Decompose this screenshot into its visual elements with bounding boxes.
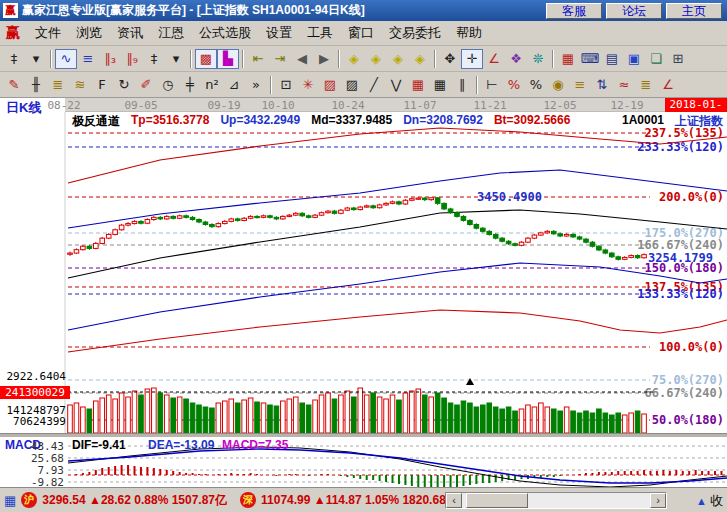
time-cycle-icon[interactable]: ◷ bbox=[157, 75, 179, 95]
angle-flag-icon[interactable]: ⊿ bbox=[223, 75, 245, 95]
shape-pattern2-icon[interactable]: ▨ bbox=[341, 75, 363, 95]
gann-fan-icon[interactable]: ✳ bbox=[297, 75, 319, 95]
parallel-line-icon[interactable]: ∥ bbox=[451, 75, 473, 95]
last-bar-icon[interactable]: ⇥ bbox=[269, 49, 291, 69]
shift-right-icon[interactable]: ◈ bbox=[365, 49, 387, 69]
minor-trend-icon[interactable]: ∥₃ bbox=[99, 49, 121, 69]
percent-icon[interactable]: % bbox=[525, 75, 547, 95]
menu-browse[interactable]: 浏览 bbox=[76, 24, 102, 42]
draw-pen-icon[interactable]: ✎ bbox=[3, 75, 25, 95]
candle-dropdown-icon[interactable]: ▾ bbox=[165, 49, 187, 69]
trendline-icon[interactable]: ╱ bbox=[363, 75, 385, 95]
forum-button[interactable]: 论坛 bbox=[606, 3, 662, 19]
crosshair-icon[interactable]: ✛ bbox=[461, 49, 483, 69]
channel-line-tp bbox=[68, 128, 727, 183]
price-grid-icon[interactable]: ╪ bbox=[179, 75, 201, 95]
sh-index-amount: 1507.87亿 bbox=[172, 493, 227, 507]
menu-file[interactable]: 文件 bbox=[35, 24, 61, 42]
scrollbar-thumb[interactable] bbox=[466, 493, 528, 508]
gann-level-label: 100.0%(0) bbox=[659, 340, 724, 354]
square-grid2-icon[interactable]: ▦ bbox=[429, 75, 451, 95]
pan-hand-icon[interactable]: ✥ bbox=[439, 49, 461, 69]
first-bar-icon[interactable]: ⇤ bbox=[247, 49, 269, 69]
kline-style-dropdown-icon[interactable]: ▾ bbox=[25, 49, 47, 69]
titlebar: 赢 赢家江恩专业版[赢家服务平台] - [上证指数 SH1A0001-94日K线… bbox=[0, 0, 727, 21]
volume-marker bbox=[466, 378, 474, 385]
shape-pattern-icon[interactable]: ▨ bbox=[319, 75, 341, 95]
golden-section-icon[interactable]: ≣ bbox=[47, 75, 69, 95]
golden-ratio-icon[interactable]: ≋ bbox=[69, 75, 91, 95]
j-line-icon[interactable]: ∠ bbox=[657, 75, 679, 95]
gann-square-icon[interactable]: ❖ bbox=[505, 49, 527, 69]
v-line-icon[interactable]: ⋁ bbox=[385, 75, 407, 95]
save-icon[interactable]: ▣ bbox=[623, 49, 645, 69]
horizontal-scrollbar[interactable]: ‹ › bbox=[445, 492, 667, 509]
shenzhen-market-icon[interactable]: 深 bbox=[240, 492, 256, 508]
major-trend-icon[interactable]: ∥₉ bbox=[121, 49, 143, 69]
measure-icon[interactable]: ⊢ bbox=[481, 75, 503, 95]
customer-service-button[interactable]: 客服 bbox=[546, 3, 602, 19]
fibonacci-icon[interactable]: F bbox=[91, 75, 113, 95]
prev-bar-icon[interactable]: ◀ bbox=[291, 49, 313, 69]
web-icon[interactable]: ❏ bbox=[645, 49, 667, 69]
menu-formula-picker[interactable]: 公式选股 bbox=[199, 24, 251, 42]
scroll-right-arrow-icon[interactable]: › bbox=[650, 493, 666, 508]
angle-tool-icon[interactable]: ∠ bbox=[483, 49, 505, 69]
percent-retrace-icon[interactable]: % bbox=[503, 75, 525, 95]
menu-window[interactable]: 窗口 bbox=[348, 24, 374, 42]
pencil-tool-icon[interactable]: ✐ bbox=[135, 75, 157, 95]
channel-info-line: 极反通道 Tp=3516.3778 Up=3432.2949 Md=3337.9… bbox=[72, 113, 723, 126]
spiral-icon[interactable]: ↻ bbox=[113, 75, 135, 95]
gann-grid-line-icon[interactable]: ╫ bbox=[25, 75, 47, 95]
menu-trading[interactable]: 交易委托 bbox=[389, 24, 441, 42]
smart-analysis-icon[interactable]: ❊ bbox=[527, 49, 549, 69]
sh-index-value: 3296.54 bbox=[42, 493, 85, 507]
menu-help[interactable]: 帮助 bbox=[456, 24, 482, 42]
indicator-list-icon[interactable]: ≡ bbox=[77, 49, 99, 69]
shift-left-icon[interactable]: ◈ bbox=[343, 49, 365, 69]
notepad-icon[interactable]: ▤ bbox=[601, 49, 623, 69]
app-logo-icon: 赢 bbox=[3, 3, 18, 18]
volume-profile-icon[interactable]: ▙ bbox=[217, 49, 239, 69]
kline-style-icon[interactable]: ‡ bbox=[3, 49, 25, 69]
more-tools-icon[interactable]: » bbox=[245, 75, 267, 95]
zigzag-tool-icon[interactable]: ∿ bbox=[55, 49, 77, 69]
calculator-icon[interactable]: ⌨ bbox=[579, 49, 601, 69]
quote-table-icon[interactable]: ▦ bbox=[4, 493, 16, 508]
chart-canvas[interactable]: 237.5%(135)233.33%(120)200.0%(0)175.0%(2… bbox=[0, 98, 727, 487]
print-icon[interactable]: ⊞ bbox=[667, 49, 689, 69]
updown-marks-icon[interactable]: ⇅ bbox=[591, 75, 613, 95]
toolbar-separator bbox=[190, 50, 192, 68]
date-tick: 10-10 bbox=[258, 99, 298, 112]
menu-settings[interactable]: 设置 bbox=[266, 24, 292, 42]
toolbar-separator bbox=[338, 50, 340, 68]
calendar-icon[interactable]: ▦ bbox=[557, 49, 579, 69]
period-label[interactable]: 日K线 bbox=[6, 99, 41, 117]
golden-circle-icon[interactable]: ◉ bbox=[547, 75, 569, 95]
homepage-button[interactable]: 主页 bbox=[666, 3, 722, 19]
menu-tools[interactable]: 工具 bbox=[307, 24, 333, 42]
main-toolbar: ‡▾∿≡∥₃∥₉‡▾▩▙⇤⇥◀▶◈◈◈◈✥✛∠❖❊▦⌨▤▣❏⊞ bbox=[0, 46, 727, 72]
next-bar-icon[interactable]: ▶ bbox=[313, 49, 335, 69]
macd-dif-value: DIF=-9.41 bbox=[72, 438, 126, 452]
gold-underline-icon[interactable]: ≣ bbox=[635, 75, 657, 95]
scroll-left-arrow-icon[interactable]: ‹ bbox=[446, 493, 462, 508]
menu-gann[interactable]: 江恩 bbox=[158, 24, 184, 42]
box-tool-icon[interactable]: ⊡ bbox=[275, 75, 297, 95]
dif-line bbox=[68, 447, 727, 487]
menu-news[interactable]: 资讯 bbox=[117, 24, 143, 42]
zoom-out-icon[interactable]: ◈ bbox=[387, 49, 409, 69]
menu-items: 文件浏览资讯江恩公式选股设置工具窗口交易委托帮助 bbox=[35, 24, 482, 42]
shanghai-market-icon[interactable]: 沪 bbox=[21, 492, 37, 508]
wave-icon[interactable]: ≈ bbox=[613, 75, 635, 95]
gann-box-icon[interactable]: ▩ bbox=[195, 49, 217, 69]
candle-tool-icon[interactable]: ‡ bbox=[143, 49, 165, 69]
chart-area[interactable]: 237.5%(135)233.33%(120)200.0%(0)175.0%(2… bbox=[0, 98, 727, 487]
channel-line-bt bbox=[68, 310, 727, 352]
square-grid-icon[interactable]: ▦ bbox=[407, 75, 429, 95]
sz-index-amount: 1820.68 bbox=[402, 493, 445, 507]
golden-level-icon[interactable]: ≡ bbox=[569, 75, 591, 95]
date-tick: 10-24 bbox=[328, 99, 368, 112]
n-square-icon[interactable]: n² bbox=[201, 75, 223, 95]
zoom-in-icon[interactable]: ◈ bbox=[409, 49, 431, 69]
